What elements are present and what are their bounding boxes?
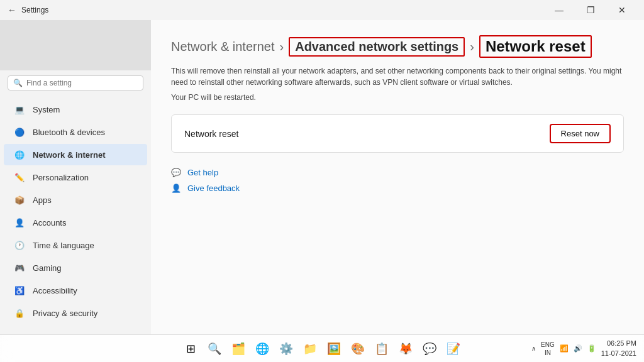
wifi-icon: 📶: [560, 344, 569, 353]
taskbar-app-firefox[interactable]: 🦊: [396, 339, 416, 359]
sidebar-item-update[interactable]: 🔄Windows Update: [4, 325, 147, 329]
gaming-icon: 🎮: [14, 262, 25, 273]
personalization-icon: ✏️: [14, 172, 25, 183]
sidebar-item-time[interactable]: 🕐Time & language: [4, 234, 147, 256]
restart-note: Your PC will be restarted.: [171, 93, 624, 102]
sidebar-item-label-privacy: Privacy & security: [33, 309, 97, 318]
minimize-button[interactable]: —: [545, 0, 574, 20]
get-help-label: Get help: [187, 168, 218, 177]
feedback-icon: 👤: [171, 184, 181, 193]
taskbar-right: ∧ ENG IN 📶 🔊 🔋 06:25 PM 11-07-2021: [531, 339, 636, 358]
accessibility-icon: ♿: [14, 285, 25, 296]
nav-items: 💻System🔵Bluetooth & devices🌐Network & in…: [0, 98, 151, 329]
taskbar-app-folder[interactable]: 📁: [300, 339, 320, 359]
sound-icon: 🔊: [574, 344, 582, 353]
system-icon: 💻: [14, 104, 25, 115]
sidebar-item-apps[interactable]: 📦Apps: [4, 189, 147, 211]
taskbar-search-button[interactable]: 🔍: [204, 339, 225, 359]
reset-card-label: Network reset: [184, 129, 238, 139]
sidebar: 🔍 💻System🔵Bluetooth & devices🌐Network & …: [0, 20, 151, 334]
taskbar-app-browser[interactable]: 🌐: [252, 339, 272, 359]
taskbar-app-chat[interactable]: 💬: [419, 339, 440, 359]
battery-icon: 🔋: [587, 344, 596, 353]
clock-date: 11-07-2021: [601, 349, 636, 358]
bluetooth-icon: 🔵: [14, 126, 25, 138]
breadcrumb-current: Network reset: [479, 35, 592, 58]
titlebar-controls: — ❐ ✕: [545, 0, 636, 20]
apps-icon: 📦: [14, 194, 25, 206]
maximize-button[interactable]: ❐: [576, 0, 605, 20]
help-links: 💬 Get help 👤 Give feedback: [171, 168, 624, 193]
sidebar-item-label-bluetooth: Bluetooth & devices: [33, 128, 105, 137]
sidebar-item-accounts[interactable]: 👤Accounts: [4, 212, 147, 233]
give-feedback-label: Give feedback: [187, 184, 240, 193]
sidebar-item-system[interactable]: 💻System: [4, 99, 147, 120]
give-feedback-link[interactable]: 👤 Give feedback: [171, 184, 624, 193]
get-help-link[interactable]: 💬 Get help: [171, 168, 624, 177]
sidebar-item-label-system: System: [33, 105, 60, 114]
help-icon: 💬: [171, 168, 181, 177]
sidebar-item-label-accessibility: Accessibility: [33, 286, 77, 295]
sidebar-item-label-apps: Apps: [33, 195, 52, 205]
sidebar-item-personalization[interactable]: ✏️Personalization: [4, 167, 147, 188]
sidebar-item-accessibility[interactable]: ♿Accessibility: [4, 280, 147, 301]
time-icon: 🕐: [14, 239, 25, 251]
accounts-icon: 👤: [14, 217, 25, 228]
taskbar: ⊞ 🔍 🗂️ 🌐 ⚙️ 📁 🖼️ 🎨 📋 🦊 💬 📝 ∧ ENG IN 📶 🔊 …: [0, 334, 644, 362]
sidebar-item-network[interactable]: 🌐Network & internet: [4, 144, 147, 165]
sidebar-item-label-personalization: Personalization: [33, 173, 89, 182]
titlebar-title: Settings: [21, 6, 48, 14]
taskbar-app-paint[interactable]: 🎨: [348, 339, 368, 359]
sidebar-item-label-gaming: Gaming: [33, 263, 62, 273]
clock-time: 06:25 PM: [601, 339, 636, 348]
sidebar-item-privacy[interactable]: 🔒Privacy & security: [4, 302, 147, 324]
breadcrumb-root[interactable]: Network & internet: [171, 40, 275, 54]
titlebar: ← Settings — ❐ ✕: [0, 0, 644, 20]
lang-label: ENG: [541, 341, 555, 349]
breadcrumb-middle[interactable]: Advanced network settings: [289, 37, 465, 57]
sidebar-item-label-network: Network & internet: [33, 150, 106, 160]
back-icon[interactable]: ←: [8, 5, 16, 15]
region-label: IN: [541, 349, 555, 357]
network-reset-card: Network reset Reset now: [171, 114, 624, 153]
taskbar-center: ⊞ 🔍 🗂️ 🌐 ⚙️ 📁 🖼️ 🎨 📋 🦊 💬 📝: [180, 339, 464, 359]
sidebar-logo: [0, 20, 151, 70]
search-box[interactable]: 🔍: [8, 75, 143, 90]
clock[interactable]: 06:25 PM 11-07-2021: [601, 339, 636, 358]
app-body: 🔍 💻System🔵Bluetooth & devices🌐Network & …: [0, 20, 644, 334]
network-icon: 🌐: [14, 149, 25, 160]
breadcrumb-separator-2: ›: [470, 40, 474, 54]
sidebar-item-label-accounts: Accounts: [33, 218, 66, 228]
privacy-icon: 🔒: [14, 307, 25, 319]
taskbar-app-word[interactable]: 📝: [443, 339, 464, 359]
sidebar-item-gaming[interactable]: 🎮Gaming: [4, 257, 147, 278]
search-icon: 🔍: [13, 79, 23, 87]
tray-chevron[interactable]: ∧: [531, 345, 536, 352]
reset-now-button[interactable]: Reset now: [550, 124, 611, 143]
sidebar-item-bluetooth[interactable]: 🔵Bluetooth & devices: [4, 121, 147, 143]
description-text: This will remove then reinstall all your…: [171, 65, 624, 88]
taskbar-app-settings[interactable]: ⚙️: [276, 339, 296, 359]
taskbar-app-notes[interactable]: 📋: [372, 339, 392, 359]
titlebar-left: ← Settings: [8, 5, 48, 15]
language-block: ENG IN: [541, 341, 555, 357]
search-input[interactable]: [26, 79, 138, 87]
sidebar-item-label-time: Time & language: [33, 241, 94, 250]
taskbar-app-files[interactable]: 🗂️: [228, 339, 248, 359]
start-button[interactable]: ⊞: [180, 339, 201, 359]
breadcrumb: Network & internet › Advanced network se…: [171, 35, 624, 58]
close-button[interactable]: ✕: [608, 0, 636, 20]
breadcrumb-separator-1: ›: [280, 40, 284, 54]
main-content: Network & internet › Advanced network se…: [151, 20, 644, 334]
taskbar-app-photoshop[interactable]: 🖼️: [324, 339, 344, 359]
